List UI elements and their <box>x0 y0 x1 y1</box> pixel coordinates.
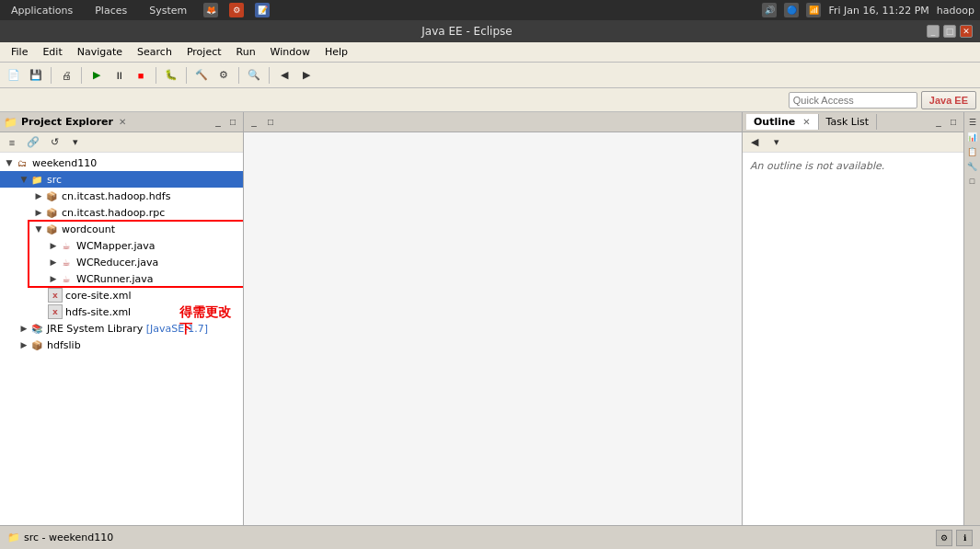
tree-item-wcrunner[interactable]: ▶ ☕ WCRunner.java <box>0 270 243 287</box>
item-label-weekend110: weekend110 <box>32 157 97 169</box>
network-icon[interactable]: 📶 <box>806 3 821 17</box>
menu-file[interactable]: File <box>4 44 35 60</box>
far-right-btn-5[interactable]: □ <box>966 175 979 188</box>
tree-item-wcreducer[interactable]: ▶ ☕ WCReducer.java <box>0 254 243 270</box>
toggle-wcmapper[interactable]: ▶ <box>48 240 59 251</box>
close-button[interactable]: ✕ <box>960 25 973 38</box>
menu-project[interactable]: Project <box>179 44 229 60</box>
system-menu[interactable]: System <box>144 3 192 18</box>
toggle-wordcount[interactable]: ▼ <box>33 223 44 234</box>
perspective-button[interactable]: Java EE <box>921 91 976 109</box>
tree-item-weekend110[interactable]: ▼ 🗂 weekend110 <box>0 154 243 171</box>
menu-help[interactable]: Help <box>317 44 355 60</box>
item-label-wcreducer: WCReducer.java <box>76 257 158 269</box>
tree-item-src[interactable]: ▼ 📁 src <box>0 171 243 188</box>
menu-run[interactable]: Run <box>229 44 263 60</box>
item-label-core-site: core-site.xml <box>65 290 131 302</box>
tree-item-hdfs[interactable]: ▶ 📦 cn.itcast.hadoop.hdfs <box>0 188 243 204</box>
places-menu[interactable]: Places <box>89 3 133 18</box>
tree-item-core-site[interactable]: ▶ x core-site.xml <box>0 287 243 303</box>
toggle-wcreducer[interactable]: ▶ <box>48 257 59 268</box>
forward-button[interactable]: ▶ <box>296 65 317 86</box>
volume-icon[interactable]: 🔊 <box>762 3 777 17</box>
toolbar-sep-3 <box>156 67 156 84</box>
far-right-btn-3[interactable]: 📋 <box>966 145 979 158</box>
editor-panel: _ □ <box>244 112 743 525</box>
project-icon: 🗂 <box>15 155 29 170</box>
tree-item-jre[interactable]: ▶ 📚 JRE System Library [JavaSE-1.7] <box>0 320 243 337</box>
far-right-btn-4[interactable]: 🔧 <box>966 160 979 173</box>
maximize-editor-button[interactable]: □ <box>264 116 277 129</box>
window-title: Java EE - Eclipse <box>7 25 927 38</box>
toolbar-sep-1 <box>51 67 52 84</box>
toolbar-sep-5 <box>238 67 239 84</box>
stop-button[interactable]: ■ <box>131 65 151 86</box>
tree-item-hdfslib[interactable]: ▶ 📦 hdfslib <box>0 337 243 353</box>
toggle-src[interactable]: ▼ <box>18 174 29 185</box>
collapse-all-button[interactable]: ≡ <box>2 132 22 153</box>
toggle-rpc[interactable]: ▶ <box>33 207 44 218</box>
restore-button[interactable]: □ <box>943 25 956 38</box>
far-right-btn-1[interactable]: ☰ <box>966 116 979 129</box>
debug-button[interactable]: 🐛 <box>161 65 181 86</box>
back-button[interactable]: ◀ <box>274 65 294 86</box>
app-icon-3[interactable]: 📝 <box>255 3 270 17</box>
tab-outline[interactable]: Outline ✕ <box>746 114 819 130</box>
minimize-outline-button[interactable]: _ <box>932 116 945 129</box>
bluetooth-icon[interactable]: 🔵 <box>784 3 799 17</box>
outline-controls: _ □ <box>932 116 960 129</box>
toolbar-sep-2 <box>81 67 82 84</box>
top-bar-left: Applications Places System 🦊 ⚙ 📝 <box>6 3 270 18</box>
tools-button[interactable]: ⚙ <box>213 65 234 86</box>
editor-content <box>244 132 742 525</box>
save-button[interactable]: 💾 <box>26 65 46 86</box>
sync-button[interactable]: ↺ <box>44 132 64 153</box>
package-icon-hdfs: 📦 <box>44 189 59 203</box>
tree-item-wordcount[interactable]: ▼ 📦 wordcount <box>0 221 243 237</box>
menu-edit[interactable]: Edit <box>35 44 69 60</box>
status-item-label: 📁 src - weekend110 <box>7 532 113 543</box>
minimize-button[interactable]: _ <box>927 25 940 38</box>
status-text: src - weekend110 <box>24 532 113 543</box>
tree-item-wcmapper[interactable]: ▶ ☕ WCMapper.java <box>0 237 243 254</box>
toggle-jre[interactable]: ▶ <box>18 323 29 334</box>
maximize-panel-button[interactable]: □ <box>226 116 239 129</box>
tab-tasklist[interactable]: Task List <box>819 114 877 130</box>
java-icon-wcmapper: ☕ <box>59 238 74 253</box>
far-right-panel: ☰ 📊 📋 🔧 □ <box>963 112 980 525</box>
menu-bar: File Edit Navigate Search Project Run Wi… <box>0 42 980 63</box>
menu-window[interactable]: Window <box>263 44 317 60</box>
menu-navigate[interactable]: Navigate <box>70 44 130 60</box>
far-right-btn-2[interactable]: 📊 <box>966 131 979 143</box>
tree-item-hdfs-site[interactable]: ▶ x hdfs-site.xml <box>0 303 243 320</box>
status-info-button[interactable]: ℹ <box>956 530 973 546</box>
outline-panel: Outline ✕ Task List _ □ ◀ ▾ An outline i… <box>743 112 963 525</box>
applications-menu[interactable]: Applications <box>6 3 78 18</box>
build-button[interactable]: 🔨 <box>191 65 212 86</box>
outline-menu-button[interactable]: ▾ <box>767 132 787 153</box>
outline-prev-button[interactable]: ◀ <box>744 132 765 153</box>
run-button[interactable]: ▶ <box>86 65 107 86</box>
maximize-outline-button[interactable]: □ <box>947 116 960 129</box>
view-menu-button[interactable]: ▾ <box>65 132 86 153</box>
firefox-icon[interactable]: 🦊 <box>203 3 218 17</box>
link-editor-button[interactable]: 🔗 <box>23 132 43 153</box>
toggle-weekend110[interactable]: ▼ <box>4 157 15 168</box>
print-button[interactable]: 🖨 <box>56 65 76 86</box>
datetime-label: Fri Jan 16, 11:22 PM <box>828 5 928 17</box>
toggle-wcrunner[interactable]: ▶ <box>48 273 59 284</box>
tree-item-rpc[interactable]: ▶ 📦 cn.itcast.hadoop.rpc <box>0 204 243 221</box>
status-config-button[interactable]: ⚙ <box>936 530 952 546</box>
minimize-editor-button[interactable]: _ <box>248 116 260 129</box>
toggle-hdfs[interactable]: ▶ <box>33 190 44 201</box>
explorer-controls: _ □ <box>212 116 239 129</box>
title-bar: Java EE - Eclipse _ □ ✕ <box>0 20 980 42</box>
pause-button[interactable]: ⏸ <box>109 65 129 86</box>
minimize-panel-button[interactable]: _ <box>212 116 225 129</box>
menu-search[interactable]: Search <box>130 44 179 60</box>
toggle-hdfslib[interactable]: ▶ <box>18 339 29 350</box>
app-icon-2[interactable]: ⚙ <box>229 3 244 17</box>
quick-access-input[interactable] <box>789 92 917 109</box>
new-button[interactable]: 📄 <box>4 65 24 86</box>
search-button[interactable]: 🔍 <box>244 65 264 86</box>
